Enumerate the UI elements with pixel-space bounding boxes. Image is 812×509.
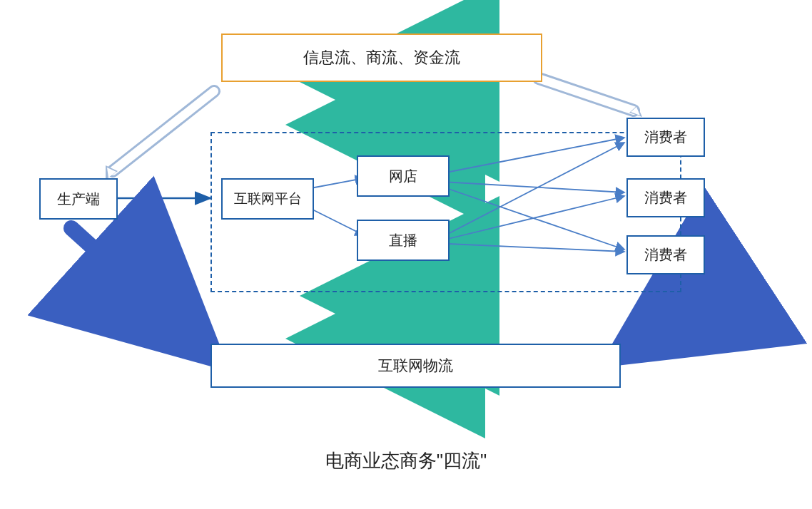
consumer3-box: 消费者 xyxy=(626,235,705,274)
internet-platform-box: 互联网平台 xyxy=(221,178,314,220)
online-shop-box: 网店 xyxy=(357,155,450,197)
svg-line-21 xyxy=(113,91,214,171)
producer-box: 生产端 xyxy=(39,178,118,220)
svg-marker-27 xyxy=(631,107,640,115)
diagram-title: 电商业态商务"四流" xyxy=(325,448,487,473)
logistics-box: 互联网物流 xyxy=(210,344,621,388)
svg-marker-22 xyxy=(106,165,118,180)
live-stream-box: 直播 xyxy=(357,220,450,261)
diagram: 信息流、商流、资金流 生产端 互联网平台 网店 直播 互联网物流 消费者 消费者… xyxy=(0,0,812,509)
consumer1-box: 消费者 xyxy=(626,118,705,157)
svg-line-24 xyxy=(539,78,634,110)
svg-marker-23 xyxy=(107,168,116,178)
consumer2-box: 消费者 xyxy=(626,178,705,217)
svg-line-18 xyxy=(71,228,207,351)
svg-line-20 xyxy=(113,91,214,171)
svg-line-25 xyxy=(539,78,634,110)
svg-line-19 xyxy=(624,299,703,351)
info-flow-box: 信息流、商流、资金流 xyxy=(221,34,542,82)
svg-marker-26 xyxy=(629,106,642,117)
